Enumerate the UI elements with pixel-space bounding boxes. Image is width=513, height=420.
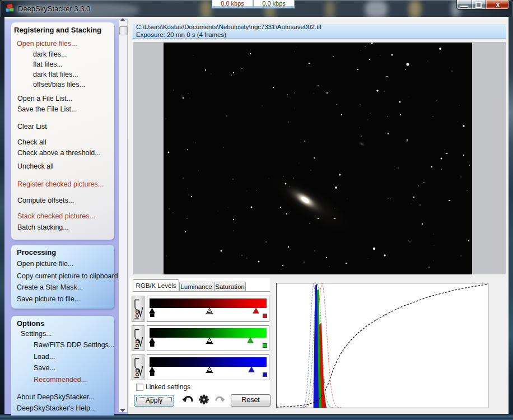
- svg-text:log: log: [133, 369, 140, 379]
- svg-text:log: log: [133, 310, 140, 320]
- svg-text:log: log: [133, 340, 140, 349]
